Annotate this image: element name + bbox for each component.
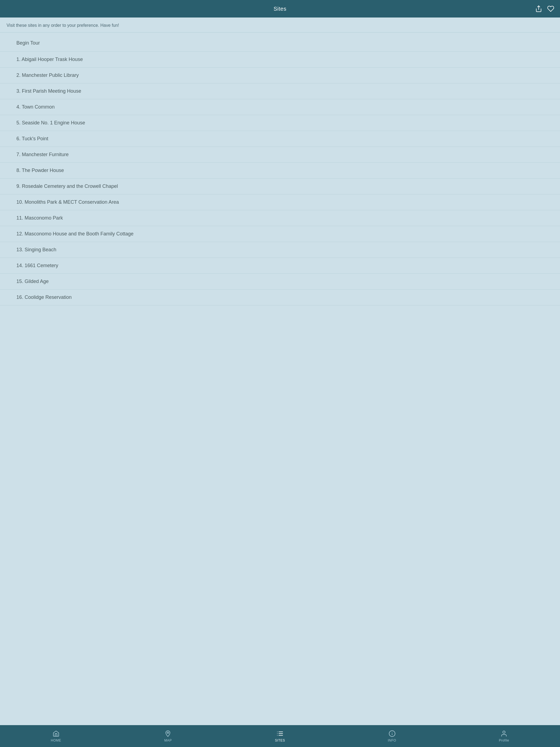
svg-point-11 [503, 731, 505, 733]
nav-item-home[interactable]: HOME [0, 730, 112, 742]
site-list-item-15[interactable]: 15. Gilded Age [0, 274, 560, 289]
header-actions [535, 5, 555, 12]
begin-tour-item[interactable]: Begin Tour [0, 35, 560, 52]
site-list-item-8[interactable]: 8. The Powder House [0, 163, 560, 179]
share-icon[interactable] [535, 5, 542, 12]
site-list-item-12[interactable]: 12. Masconomo House and the Booth Family… [0, 226, 560, 242]
nav-label-profile: Profile [499, 739, 509, 742]
header-title: Sites [274, 6, 286, 12]
heart-icon[interactable] [547, 5, 555, 12]
site-list-item-3[interactable]: 3. First Parish Meeting House [0, 83, 560, 99]
site-list-item-6[interactable]: 6. Tuck's Point [0, 131, 560, 147]
info-icon [388, 730, 396, 738]
nav-item-sites[interactable]: SITES [224, 730, 336, 742]
site-list-item-10[interactable]: 10. Monoliths Park & MECT Conservation A… [0, 195, 560, 210]
site-list-item-5[interactable]: 5. Seaside No. 1 Engine House [0, 115, 560, 131]
subtitle-text: Visit these sites in any order to your p… [0, 18, 560, 32]
map-pin-icon [164, 730, 172, 738]
site-list-item-1[interactable]: 1. Abigail Hooper Trask House [0, 52, 560, 68]
sites-container: 1. Abigail Hooper Trask House2. Manchest… [0, 52, 560, 305]
nav-label-info: INFO [388, 739, 396, 742]
nav-item-map[interactable]: MAP [112, 730, 224, 742]
nav-item-profile[interactable]: Profile [448, 730, 560, 742]
list-icon [276, 730, 284, 738]
nav-label-map: MAP [164, 739, 172, 742]
nav-label-home: HOME [51, 739, 61, 742]
nav-item-info[interactable]: INFO [336, 730, 448, 742]
svg-point-1 [167, 732, 169, 733]
profile-icon [500, 730, 508, 738]
nav-label-sites: SITES [275, 739, 285, 742]
app-header: Sites [0, 0, 560, 18]
site-list-item-2[interactable]: 2. Manchester Public Library [0, 68, 560, 83]
site-list-item-13[interactable]: 13. Singing Beach [0, 242, 560, 258]
home-icon [52, 730, 60, 738]
site-list-item-14[interactable]: 14. 1661 Cemetery [0, 258, 560, 274]
site-list-item-16[interactable]: 16. Coolidge Reservation [0, 289, 560, 305]
site-list-item-7[interactable]: 7. Manchester Furniture [0, 147, 560, 163]
site-list-item-9[interactable]: 9. Rosedale Cemetery and the Crowell Cha… [0, 179, 560, 195]
bottom-nav: HOME MAP SITES [0, 725, 560, 747]
site-list-item-4[interactable]: 4. Town Common [0, 99, 560, 115]
site-list-item-11[interactable]: 11. Masconomo Park [0, 210, 560, 226]
sites-list: Begin Tour 1. Abigail Hooper Trask House… [0, 32, 560, 725]
